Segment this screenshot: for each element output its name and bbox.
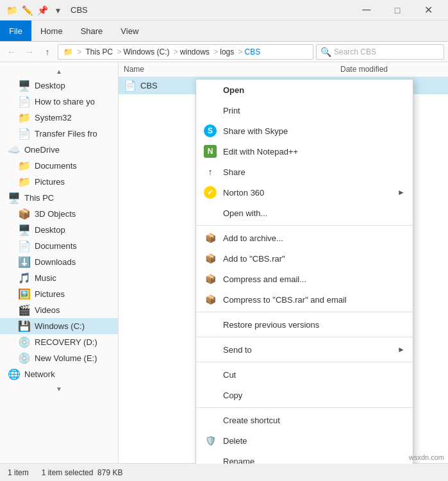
sidebar-item-label: RECOVERY (D:)	[35, 337, 97, 347]
ctx-copy[interactable]: Copy	[196, 385, 413, 405]
share-icon: ↑	[204, 165, 217, 178]
sidebar-item-pictures[interactable]: 📁 Pictures	[0, 174, 118, 190]
documents-icon: 📄	[18, 240, 31, 252]
sidebar-item-desktop2[interactable]: 🖥️ Desktop	[0, 222, 118, 238]
ctx-open[interactable]: Open	[196, 80, 413, 100]
ctx-restore-versions-label: Restore previous versions	[223, 320, 405, 330]
dropdown-icon[interactable]: ▾	[51, 4, 64, 17]
scroll-down-button[interactable]: ▼	[0, 382, 118, 395]
title-bar: 📁 ✏️ 📌 ▾ CBS ─ □ ✕	[0, 0, 448, 21]
back-button[interactable]: ←	[4, 44, 19, 60]
ctx-open-with[interactable]: Open with...	[196, 203, 413, 223]
sidebar-item-music[interactable]: 🎵 Music	[0, 270, 118, 286]
maximize-button[interactable]: □	[383, 1, 412, 20]
sidebar-item-documents2[interactable]: 📄 Documents	[0, 238, 118, 254]
ctx-rename-label: Rename	[223, 457, 405, 464]
ctx-create-shortcut-label: Create shortcut	[223, 416, 405, 425]
ctx-norton[interactable]: ✓ Norton 360 ►	[196, 182, 413, 203]
cut-icon	[204, 368, 217, 381]
window-title: CBS	[71, 5, 88, 15]
tab-file[interactable]: File	[0, 21, 31, 41]
ctx-edit-notepad[interactable]: N Edit with Notepad++	[196, 141, 413, 162]
content-pane: Name Date modified 📄 CBS 13.01.2021 11:3…	[119, 62, 448, 464]
ctx-delete[interactable]: 🛡️ Delete	[196, 430, 413, 451]
sidebar-item-desktop[interactable]: 🖥️ Desktop	[0, 78, 118, 94]
cd-icon: 💿	[18, 352, 31, 364]
ctx-compress-rar-email[interactable]: 📦 Compress to "CBS.rar" and email	[196, 289, 413, 310]
sidebar-item-label: System32	[35, 113, 72, 122]
sidebar-item-transfer-files[interactable]: 📄 Transfer Files fro	[0, 126, 118, 142]
rar-icon: 📦	[204, 252, 217, 265]
col-name-header[interactable]: Name	[124, 65, 340, 74]
separator-1	[196, 225, 413, 226]
tab-share[interactable]: Share	[72, 21, 112, 41]
ctx-share-skype[interactable]: S Share with Skype	[196, 121, 413, 141]
desktop-icon: 🖥️	[18, 224, 31, 236]
tab-view[interactable]: View	[112, 21, 147, 41]
ribbon-tabs: File Home Share View	[0, 21, 448, 41]
sidebar-item-label: Pictures	[35, 289, 65, 299]
ctx-share-label: Share	[223, 167, 405, 177]
ctx-copy-label: Copy	[223, 391, 405, 400]
notepad-icon: N	[204, 145, 217, 158]
file-icon: 📄	[18, 128, 31, 140]
up-button[interactable]: ↑	[40, 44, 55, 60]
ctx-send-to[interactable]: Send to ►	[196, 339, 413, 360]
sidebar-item-network[interactable]: 🌐 Network	[0, 366, 118, 382]
sidebar-item-system32[interactable]: 📁 System32	[0, 110, 118, 126]
sidebar-item-videos[interactable]: 🎬 Videos	[0, 302, 118, 318]
ctx-restore-versions[interactable]: Restore previous versions	[196, 314, 413, 335]
sidebar-item-label: 3D Objects	[35, 209, 76, 219]
sidebar-item-this-pc[interactable]: 🖥️ This PC	[0, 190, 118, 206]
folder-icon: 📁	[18, 112, 31, 124]
ribbon: File Home Share View	[0, 21, 448, 42]
cd-icon: 💿	[18, 336, 31, 348]
videos-icon: 🎬	[18, 304, 31, 316]
sidebar-item-how-to-share[interactable]: 📄 How to share yo	[0, 94, 118, 110]
status-selected: 1 item selected 879 KB	[42, 468, 123, 477]
compress-email-icon: 📦	[204, 273, 217, 285]
address-bar-row: ← → ↑ 📁 > This PC > Windows (C:) > windo…	[0, 42, 448, 62]
archive-icon: 📦	[204, 232, 217, 244]
ctx-compress-email-label: Compress and email...	[223, 274, 405, 284]
ctx-share[interactable]: ↑ Share	[196, 162, 413, 182]
sidebar-item-windows-c[interactable]: 💾 Windows (C:)	[0, 318, 118, 334]
ctx-norton-label: Norton 360	[223, 188, 391, 198]
ctx-add-cbs-rar-label: Add to "CBS.rar"	[223, 254, 405, 264]
ctx-print[interactable]: Print	[196, 100, 413, 121]
col-date-header[interactable]: Date modified	[340, 65, 443, 74]
sidebar-item-label: OneDrive	[24, 145, 60, 155]
ctx-rename[interactable]: Rename	[196, 451, 413, 464]
ctx-compress-email[interactable]: 📦 Compress and email...	[196, 269, 413, 289]
close-button[interactable]: ✕	[413, 1, 443, 20]
sidebar-item-new-volume-e[interactable]: 💿 New Volume (E:)	[0, 350, 118, 366]
skype-icon: S	[204, 124, 217, 137]
sidebar-item-label: Documents	[35, 241, 77, 251]
sidebar-item-label: Downloads	[35, 257, 76, 267]
separator-5	[196, 407, 413, 408]
ctx-add-archive[interactable]: 📦 Add to archive...	[196, 228, 413, 248]
ctx-add-cbs-rar[interactable]: 📦 Add to "CBS.rar"	[196, 248, 413, 269]
send-to-arrow: ►	[397, 345, 405, 354]
tab-home[interactable]: Home	[31, 21, 72, 41]
scroll-up-button[interactable]: ▲	[0, 65, 118, 78]
sidebar-item-recovery-d[interactable]: 💿 RECOVERY (D:)	[0, 334, 118, 350]
watermark: wsxdn.com	[409, 453, 444, 461]
search-icon: 🔍	[320, 47, 331, 57]
forward-button[interactable]: →	[22, 44, 37, 60]
ctx-create-shortcut[interactable]: Create shortcut	[196, 410, 413, 430]
sidebar-item-onedrive[interactable]: ☁️ OneDrive	[0, 142, 118, 158]
ctx-cut[interactable]: Cut	[196, 364, 413, 385]
minimize-button[interactable]: ─	[352, 1, 381, 20]
shortcut-icon	[204, 414, 217, 426]
sidebar-item-documents[interactable]: 📁 Documents	[0, 158, 118, 174]
address-path[interactable]: 📁 > This PC > Windows (C:) > windows > l…	[58, 44, 313, 60]
sidebar-item-downloads[interactable]: ⬇️ Downloads	[0, 254, 118, 270]
ctx-send-to-label: Send to	[223, 345, 391, 355]
sidebar-item-label: This PC	[24, 193, 54, 203]
context-menu: Open Print S Share with Skype N Edit wit…	[195, 79, 413, 464]
downloads-icon: ⬇️	[18, 256, 31, 268]
sidebar-item-3d-objects[interactable]: 📦 3D Objects	[0, 206, 118, 222]
sidebar-item-pictures2[interactable]: 🖼️ Pictures	[0, 286, 118, 302]
print-icon	[204, 104, 217, 117]
